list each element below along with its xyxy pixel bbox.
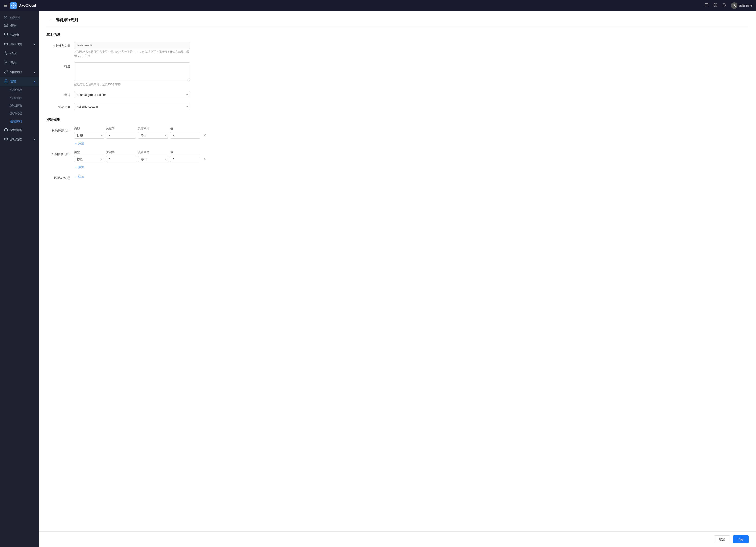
sidebar-item-collection[interactable]: 采集管理: [0, 125, 39, 135]
sidebar-item-label: 仪表盘: [10, 33, 19, 37]
svg-rect-10: [4, 33, 7, 35]
plus-icon: ＋: [74, 175, 77, 179]
metrics-icon: [4, 51, 8, 56]
desc-label: 描述: [46, 62, 74, 68]
svg-point-15: [6, 138, 6, 139]
sidebar-item-label: 概览: [10, 24, 16, 28]
sidebar-item-logs[interactable]: 日志: [0, 58, 39, 67]
cancel-button[interactable]: 取消: [714, 535, 730, 543]
user-info[interactable]: admin ▾: [731, 2, 752, 9]
source-value-header: 值: [170, 127, 200, 131]
dashboard-icon: [4, 33, 8, 37]
avatar: [731, 2, 737, 9]
page-title: 编辑抑制规则: [56, 18, 78, 22]
sidebar-sub-msg-template[interactable]: 消息模板: [0, 110, 39, 118]
sidebar-item-dashboard[interactable]: 仪表盘: [0, 30, 39, 40]
sidebar-item-metrics[interactable]: 指标: [0, 49, 39, 58]
suppress-key-header: 关键字: [106, 150, 136, 154]
svg-point-11: [6, 43, 6, 44]
user-name: admin: [739, 3, 749, 8]
menu-icon[interactable]: ☰: [4, 3, 7, 8]
suppress-key-input[interactable]: [106, 156, 136, 162]
match-label-help-icon[interactable]: ?: [67, 176, 70, 179]
sidebar-sub-alert-inhibit[interactable]: 告警障碍: [0, 118, 39, 125]
svg-rect-7: [6, 24, 7, 25]
chevron-down-icon: ▾: [34, 43, 35, 46]
name-hint: 抑制规则名称只能包含小写字母、数字和连字符（-），必须以小写字母或数字开头和结尾…: [74, 50, 190, 58]
sidebar-item-basic-config[interactable]: 基础设施 ▾: [0, 40, 39, 49]
logo-text: DaoCloud: [19, 3, 36, 8]
logs-icon: [4, 61, 8, 65]
basic-config-icon: [4, 42, 8, 47]
plus-icon: ＋: [74, 165, 77, 169]
match-label-add-button[interactable]: ＋ 添加: [74, 174, 84, 180]
trace-icon: [4, 70, 8, 74]
message-icon[interactable]: [705, 3, 709, 8]
sidebar-item-label: 基础设施: [10, 42, 22, 46]
logo-icon: [10, 2, 17, 9]
sidebar-item-label: 系统管理: [10, 137, 22, 141]
back-button[interactable]: ←: [46, 17, 53, 23]
sidebar-item-label: 采集管理: [10, 128, 22, 132]
suppress-delete-button[interactable]: ✕: [202, 156, 207, 162]
namespace-label: 命名空间: [46, 103, 74, 109]
source-alert-row: 根源告警 ? • 类型 关键字 判断条件 值: [46, 127, 749, 147]
suppress-alert-label: 抑制告警: [52, 152, 64, 156]
svg-rect-9: [6, 26, 7, 27]
desc-form-row: 描述 描述可包含任意字符，最长256个字符: [46, 62, 749, 86]
source-alert-label: 根源告警: [52, 128, 64, 133]
confirm-button[interactable]: 确定: [733, 535, 749, 543]
source-type-header: 类型: [74, 127, 104, 131]
cluster-label: 集群: [46, 91, 74, 97]
observability-icon: [4, 16, 7, 20]
svg-point-1: [13, 5, 14, 6]
source-alert-fields: 标签 等于: [74, 132, 749, 139]
sidebar-sub-alert-policy[interactable]: 告警策略: [0, 94, 39, 102]
sidebar-item-label: 链路追踪: [10, 70, 22, 74]
desc-textarea[interactable]: [74, 62, 190, 81]
source-condition-header: 判断条件: [138, 127, 168, 131]
source-value-input[interactable]: [170, 132, 200, 139]
name-label: 抑制规则名称: [46, 42, 74, 48]
sidebar-item-overview[interactable]: 概览: [0, 21, 39, 30]
sidebar-item-trace[interactable]: 链路追踪 ▾: [0, 67, 39, 77]
overview-icon: [4, 23, 8, 28]
source-type-select[interactable]: 标签: [74, 132, 104, 139]
system-icon: [4, 137, 8, 142]
bell-icon[interactable]: [722, 3, 726, 8]
sidebar-item-label: 日志: [10, 61, 16, 65]
source-alert-help-icon[interactable]: ?: [65, 129, 68, 132]
cluster-form-row: 集群 kpanda-global-cluster: [46, 91, 749, 98]
source-add-button[interactable]: ＋ 添加: [74, 140, 84, 147]
source-key-header: 关键字: [106, 127, 136, 131]
svg-rect-14: [4, 129, 7, 131]
namespace-select[interactable]: kairship-system: [74, 103, 190, 110]
suppress-value-header: 值: [170, 150, 200, 154]
cluster-select[interactable]: kpanda-global-cluster: [74, 91, 190, 98]
sidebar-item-system[interactable]: 系统管理 ▾: [0, 135, 39, 144]
sidebar-sub-alert-list[interactable]: 告警列表: [0, 86, 39, 94]
help-icon[interactable]: [713, 3, 718, 8]
suppress-alert-help-icon[interactable]: ?: [65, 153, 68, 156]
source-key-input[interactable]: [106, 132, 136, 139]
plus-icon: ＋: [74, 141, 77, 146]
sidebar-item-alerts[interactable]: 告警 ▴: [0, 77, 39, 86]
source-condition-select[interactable]: 等于: [138, 132, 168, 139]
sidebar-section-observability: 可观测性: [0, 13, 39, 21]
suppress-add-button[interactable]: ＋ 添加: [74, 164, 84, 170]
sidebar-sub-notify-config[interactable]: 通知配置: [0, 102, 39, 110]
source-delete-button[interactable]: ✕: [202, 132, 207, 138]
match-label-text: 匹配标签: [54, 176, 66, 180]
suppression-rule-section: 抑制规则 根源告警 ? • 类型 关键字: [46, 118, 749, 180]
name-input[interactable]: [74, 42, 190, 49]
page-footer: 取消 确定: [39, 531, 756, 547]
suppress-alert-row: 抑制告警 ? • 类型 关键字 判断条件 值: [46, 150, 749, 170]
logo: DaoCloud: [10, 2, 36, 9]
sidebar: 可观测性 概览 仪表盘 基础设施 ▾ 指标: [0, 11, 39, 547]
suppress-value-input[interactable]: [170, 156, 200, 162]
collection-icon: [4, 128, 8, 132]
suppress-type-header: 类型: [74, 150, 104, 154]
alerts-icon: [4, 79, 8, 84]
suppress-type-select[interactable]: 标签: [74, 156, 104, 162]
suppress-condition-select[interactable]: 等于: [138, 156, 168, 162]
